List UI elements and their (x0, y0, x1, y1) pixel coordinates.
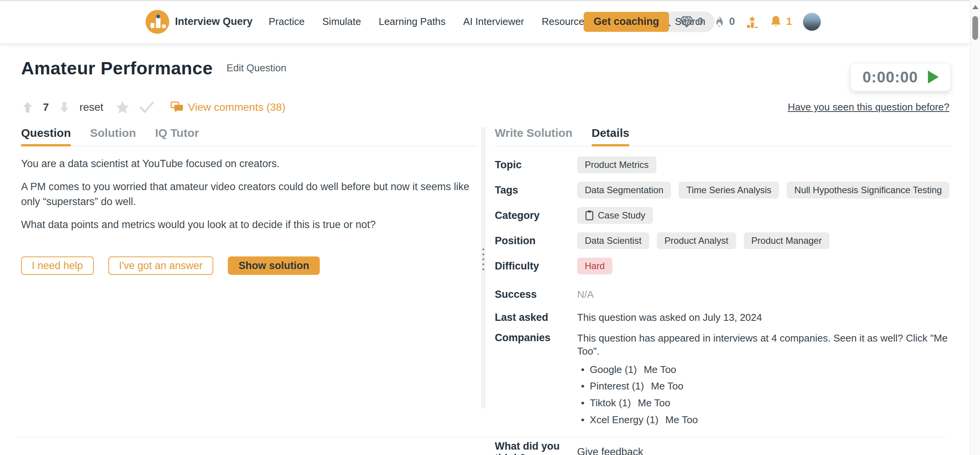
mark-complete-button[interactable] (139, 102, 154, 113)
tab-details[interactable]: Details (592, 126, 629, 146)
companies-intro: This question has appeared in interviews… (577, 332, 952, 358)
view-comments-label: View comments (38) (188, 101, 286, 113)
notifications-button[interactable]: 1 (769, 15, 792, 29)
got-answer-button[interactable]: I've got an answer (108, 256, 213, 275)
answer-actions: I need help I've got an answer Show solu… (21, 256, 478, 275)
position-chip[interactable]: Product Manager (744, 232, 829, 249)
brand-name[interactable]: Interview Query (175, 16, 253, 28)
company-name: Google (1) (590, 363, 637, 376)
success-value: N/A (577, 289, 594, 301)
page-scrollbar[interactable] (970, 0, 980, 455)
me-too-button[interactable]: Me Too (644, 363, 676, 376)
tab-write-solution[interactable]: Write Solution (495, 126, 573, 146)
drag-dots-icon (483, 248, 484, 270)
feedback-row: What did you think? Give feedback (495, 440, 952, 455)
company-list: Google (1) Me Too Pinterest (1) Me Too T… (577, 363, 952, 427)
category-chip[interactable]: Case Study (577, 207, 653, 224)
difficulty-row: Difficulty Hard (495, 258, 952, 274)
question-panel-tabs: Question Solution IQ Tutor (21, 126, 478, 146)
vote-count: 7 (43, 101, 49, 113)
question-paragraph: You are a data scientist at YouTube focu… (21, 156, 478, 171)
streak-counter[interactable]: 0 (714, 15, 735, 28)
leaderboard-button[interactable] (746, 15, 759, 29)
difficulty-label: Difficulty (495, 260, 577, 272)
tab-iq-tutor[interactable]: IQ Tutor (155, 126, 199, 146)
notifications-count: 1 (786, 16, 792, 28)
downvote-button[interactable] (59, 101, 70, 114)
interview-query-logo-icon[interactable] (146, 10, 169, 34)
company-name: Pinterest (1) (590, 380, 644, 393)
podium-star-icon (746, 15, 759, 29)
company-item: Xcel Energy (1) Me Too (577, 414, 952, 427)
details-body: Topic Product Metrics Tags Data Segmenta… (495, 146, 952, 455)
success-row: Success N/A (495, 286, 952, 303)
nav-item-learning-paths[interactable]: Learning Paths (379, 16, 446, 28)
clipboard-icon (585, 210, 594, 221)
details-panel-tabs: Write Solution Details (495, 126, 952, 146)
tab-question[interactable]: Question (21, 126, 71, 146)
bookmark-star-button[interactable] (115, 100, 130, 114)
feedback-label: What did you think? (495, 440, 577, 455)
get-coaching-button[interactable]: Get coaching (584, 12, 669, 32)
nav-item-practice[interactable]: Practice (269, 16, 305, 28)
play-icon[interactable] (928, 71, 939, 84)
topic-row: Topic Product Metrics (495, 156, 952, 173)
reset-vote-link[interactable]: reset (80, 101, 103, 113)
company-item: Tiktok (1) Me Too (577, 397, 952, 410)
category-row: Category Case Study (495, 207, 952, 224)
timer-widget: 0:00:00 (851, 63, 951, 91)
companies-row: Companies This question has appeared in … (495, 332, 952, 430)
position-chip[interactable]: Data Scientist (577, 232, 649, 249)
main-nav: Practice Simulate Learning Paths AI Inte… (269, 16, 635, 28)
window-top-edge (0, 0, 970, 1)
give-feedback-link[interactable]: Give feedback (577, 446, 643, 455)
nav-item-ai-interviewer[interactable]: AI Interviewer (463, 16, 524, 28)
position-label: Position (495, 235, 577, 247)
flame-icon (714, 15, 725, 28)
need-help-button[interactable]: I need help (21, 256, 94, 275)
tags-row: Tags Data Segmentation Time Series Analy… (495, 182, 952, 199)
last-asked-value: This question was asked on July 13, 2024 (577, 312, 762, 324)
page-title: Amateur Performance (21, 57, 213, 79)
gems-counter[interactable]: 0 (680, 16, 703, 28)
me-too-button[interactable]: Me Too (638, 397, 671, 410)
streak-count: 0 (729, 16, 735, 28)
timer-value: 0:00:00 (862, 69, 918, 86)
question-panel: Question Solution IQ Tutor You are a dat… (21, 126, 478, 275)
company-name: Xcel Energy (1) (590, 414, 658, 427)
tag-chip[interactable]: Null Hypothesis Significance Testing (787, 182, 949, 199)
question-body: You are a data scientist at YouTube focu… (21, 146, 478, 275)
comments-icon (170, 101, 183, 113)
position-row: Position Data Scientist Product Analyst … (495, 232, 952, 249)
edit-question-link[interactable]: Edit Question (227, 62, 286, 74)
topic-label: Topic (495, 159, 577, 171)
position-chip[interactable]: Product Analyst (657, 232, 736, 249)
upvote-button[interactable] (22, 101, 33, 114)
nav-right-group: Get coaching 0 0 (584, 0, 821, 43)
company-item: Pinterest (1) Me Too (577, 380, 952, 393)
view-comments-link[interactable]: View comments (38) (170, 101, 286, 113)
gems-count: 0 (697, 16, 703, 28)
company-name: Tiktok (1) (590, 397, 631, 410)
tag-chip[interactable]: Time Series Analysis (679, 182, 779, 199)
scrollbar-thumb[interactable] (972, 16, 978, 40)
topic-chip[interactable]: Product Metrics (577, 156, 656, 173)
me-too-button[interactable]: Me Too (651, 380, 684, 393)
top-nav: Interview Query Practice Simulate Learni… (0, 0, 970, 43)
page: Interview Query Practice Simulate Learni… (0, 0, 980, 455)
scroll-up-arrow-icon[interactable] (972, 5, 978, 9)
title-row: Amateur Performance Edit Question (21, 57, 286, 79)
footer-divider (15, 437, 945, 437)
difficulty-badge: Hard (577, 258, 612, 274)
panel-resize-handle[interactable] (481, 127, 486, 408)
nav-item-simulate[interactable]: Simulate (322, 16, 361, 28)
me-too-button[interactable]: Me Too (665, 414, 698, 427)
nav-item-resources[interactable]: Resources (542, 16, 589, 28)
seen-before-link[interactable]: Have you seen this question before? (788, 101, 949, 113)
user-avatar[interactable] (803, 13, 821, 31)
tab-solution[interactable]: Solution (90, 126, 136, 146)
tag-chip[interactable]: Data Segmentation (577, 182, 671, 199)
bell-icon (769, 15, 782, 29)
show-solution-button[interactable]: Show solution (228, 256, 320, 275)
last-asked-label: Last asked (495, 312, 577, 324)
